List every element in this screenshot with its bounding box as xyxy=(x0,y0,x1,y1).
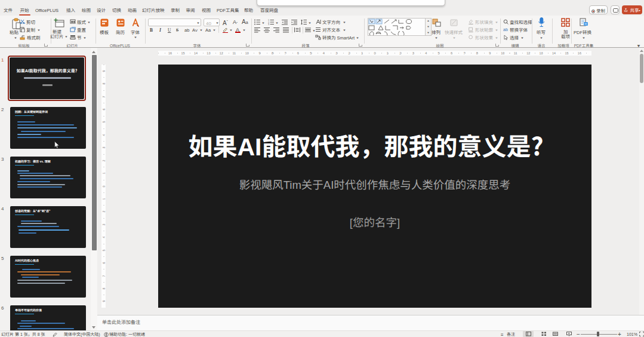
svg-text:ab: ab xyxy=(503,27,508,32)
svg-text:3: 3 xyxy=(268,23,269,26)
